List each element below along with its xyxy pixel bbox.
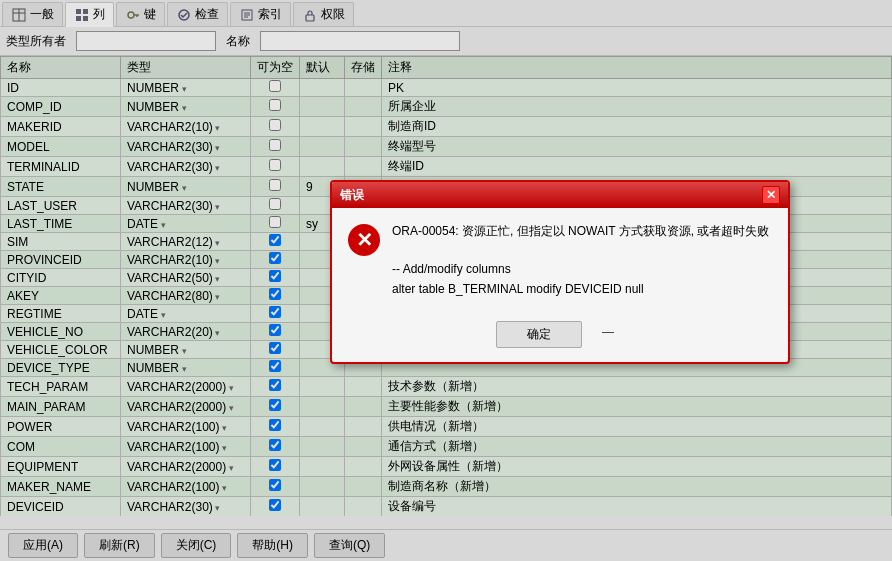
dialog-dash: — bbox=[592, 321, 624, 348]
error-dialog: 错误 ✕ ✕ ORA-00054: 资源正忙, 但指定以 NOWAIT 方式获取… bbox=[330, 180, 790, 364]
dialog-message-line1: ORA-00054: 资源正忙, 但指定以 NOWAIT 方式获取资源, 或者超… bbox=[392, 222, 769, 241]
dialog-titlebar: 错误 ✕ bbox=[332, 182, 788, 208]
dialog-close-button[interactable]: ✕ bbox=[762, 186, 780, 204]
dialog-overlay: 错误 ✕ ✕ ORA-00054: 资源正忙, 但指定以 NOWAIT 方式获取… bbox=[0, 0, 892, 561]
dialog-body: ✕ ORA-00054: 资源正忙, 但指定以 NOWAIT 方式获取资源, 或… bbox=[332, 208, 788, 313]
dialog-ok-button[interactable]: 确定 bbox=[496, 321, 582, 348]
dialog-message-line4: alter table B_TERMINAL modify DEVICEID n… bbox=[392, 280, 769, 299]
error-icon: ✕ bbox=[348, 224, 380, 256]
dialog-message: ORA-00054: 资源正忙, 但指定以 NOWAIT 方式获取资源, 或者超… bbox=[392, 222, 769, 299]
dialog-footer: 确定 — bbox=[332, 313, 788, 362]
dialog-message-line3: -- Add/modify columns bbox=[392, 260, 769, 279]
dialog-title: 错误 bbox=[340, 187, 364, 204]
